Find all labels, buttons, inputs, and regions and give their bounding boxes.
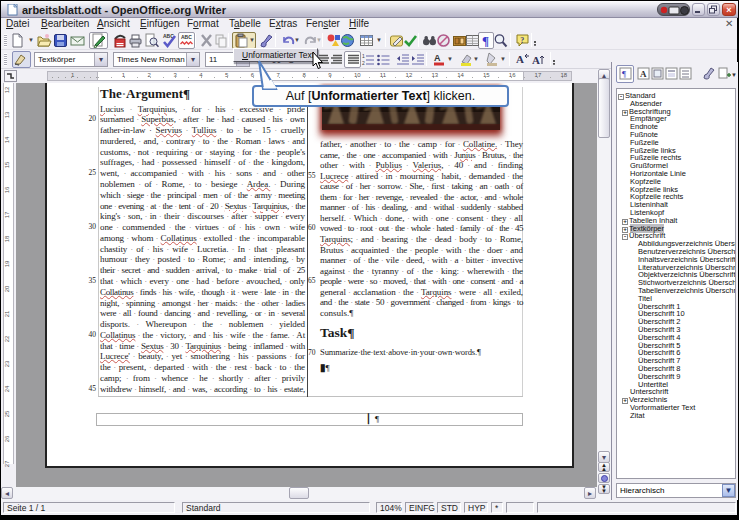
- svg-text:1: 1: [362, 53, 365, 59]
- svg-text:2: 2: [362, 60, 365, 66]
- svg-text:?: ?: [520, 36, 524, 45]
- svg-text:¶: ¶: [622, 69, 626, 79]
- svg-text:A: A: [640, 69, 647, 79]
- svg-text:A: A: [516, 53, 524, 65]
- svg-text:A: A: [532, 54, 540, 66]
- svg-text:A: A: [434, 53, 441, 63]
- svg-text:¶: ¶: [482, 33, 489, 48]
- svg-text:ABC: ABC: [181, 34, 192, 40]
